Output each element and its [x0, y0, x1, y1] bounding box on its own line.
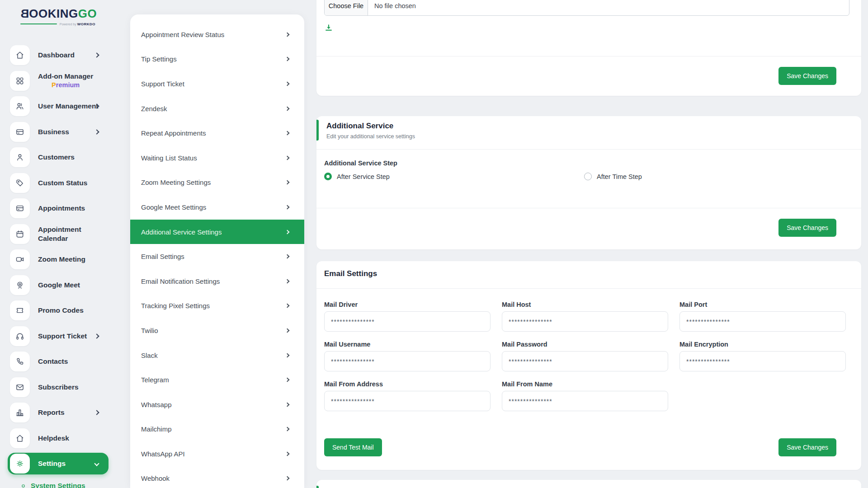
- send-test-mail-button[interactable]: Send Test Mail: [324, 438, 382, 456]
- chevron-right-icon: [94, 53, 99, 58]
- choose-file-button[interactable]: Choose File: [325, 0, 368, 15]
- radio-unselected-icon[interactable]: [584, 173, 592, 180]
- field-mail-from-address: Mail From Address: [324, 380, 491, 411]
- mail-password-input[interactable]: [502, 351, 668, 371]
- submenu-item-whatsapp-api[interactable]: WhatsApp API: [130, 441, 304, 466]
- mail-from-name-input[interactable]: [502, 391, 668, 411]
- divider: [316, 56, 861, 56]
- mail-driver-input[interactable]: [324, 311, 491, 332]
- mail-encryption-input[interactable]: [679, 351, 846, 371]
- submenu-item-mailchimp[interactable]: Mailchimp: [130, 417, 304, 442]
- home-icon: [10, 45, 30, 65]
- sidebar-item-settings[interactable]: Settings: [8, 453, 108, 474]
- submenu-item-whatsapp[interactable]: Whatsapp: [130, 392, 304, 417]
- submenu-item-zoom-meeting-settings[interactable]: Zoom Meeting Settings: [130, 170, 304, 195]
- phone-icon: [10, 352, 30, 371]
- chevron-right-icon: [285, 279, 290, 283]
- save-changes-button[interactable]: Save Changes: [778, 438, 836, 456]
- chevron-right-icon: [285, 155, 290, 160]
- sidebar-item-user-management[interactable]: User Management: [8, 94, 108, 119]
- upload-card: Choose File No file chosen Save Changes: [316, 0, 861, 96]
- sidebar-item-custom-status[interactable]: Custom Status: [8, 170, 108, 196]
- chevron-right-icon: [285, 353, 290, 357]
- download-icon[interactable]: [324, 23, 333, 33]
- sidebar-item-business[interactable]: Business: [8, 119, 108, 145]
- users-icon: [10, 96, 30, 116]
- chevron-right-icon: [285, 402, 290, 407]
- mail-port-input[interactable]: [679, 311, 846, 332]
- file-input[interactable]: Choose File No file chosen: [324, 0, 849, 16]
- submenu-item-email-settings[interactable]: Email Settings: [130, 244, 304, 269]
- sidebar-item-google-meet[interactable]: Google Meet: [8, 272, 108, 298]
- radio-selected-icon[interactable]: [324, 173, 332, 180]
- chevron-right-icon: [285, 378, 290, 382]
- settings-submenu: Appointment Review Status Tip Settings S…: [130, 14, 304, 488]
- save-changes-button[interactable]: Save Changes: [778, 219, 836, 237]
- radio-option-after-service-step[interactable]: After Service Step: [324, 173, 390, 180]
- sidebar-item-addon-manager[interactable]: Add-on Manager Premium: [8, 68, 108, 94]
- sidebar-item-subscribers[interactable]: Subscribers: [8, 375, 108, 400]
- submenu-item-additional-service-settings[interactable]: Additional Service Settings: [130, 220, 304, 244]
- submenu-item-slack[interactable]: Slack: [130, 343, 304, 368]
- submenu-item-repeat-appointments[interactable]: Repeat Appointments: [130, 121, 304, 145]
- section-title: Email Settings: [324, 269, 377, 278]
- section-accent-bar: [316, 486, 319, 488]
- submenu-item-google-meet-settings[interactable]: Google Meet Settings: [130, 195, 304, 220]
- sidebar-item-dashboard[interactable]: Dashboard: [8, 42, 108, 68]
- chevron-right-icon: [285, 180, 290, 185]
- submenu-item-tip-settings[interactable]: Tip Settings: [130, 47, 304, 72]
- field-mail-driver: Mail Driver: [324, 301, 491, 332]
- divider: [316, 208, 861, 208]
- sidebar-item-promo-codes[interactable]: Promo Codes: [8, 298, 108, 324]
- chevron-right-icon: [285, 476, 290, 481]
- submenu-item-twilio[interactable]: Twilio: [130, 318, 304, 343]
- sidebar-item-system-settings[interactable]: System Settings: [20, 482, 85, 488]
- chevron-right-icon: [285, 328, 290, 333]
- submenu-item-email-notification-settings[interactable]: Email Notification Settings: [130, 269, 304, 294]
- home-icon: [10, 428, 30, 448]
- field-mail-from-name: Mail From Name: [502, 380, 668, 411]
- submenu-item-tracking-pixel-settings[interactable]: Tracking Pixel Settings: [130, 294, 304, 319]
- field-mail-encryption: Mail Encryption: [679, 341, 846, 371]
- sidebar-nav: Dashboard Add-on Manager Premium User Ma…: [8, 42, 108, 474]
- mail-from-address-input[interactable]: [324, 391, 491, 411]
- submenu-item-zendesk[interactable]: Zendesk: [130, 96, 304, 121]
- chevron-right-icon: [285, 205, 290, 210]
- next-section-card: [316, 480, 861, 488]
- field-mail-host: Mail Host: [502, 301, 668, 332]
- sidebar-item-appointments[interactable]: Appointments: [8, 196, 108, 221]
- sidebar-item-contacts[interactable]: Contacts: [8, 349, 108, 375]
- chevron-right-icon: [285, 451, 290, 456]
- ticket-icon: [10, 300, 30, 320]
- submenu-item-appointment-review-status[interactable]: Appointment Review Status: [130, 22, 304, 47]
- save-changes-button[interactable]: Save Changes: [778, 67, 836, 85]
- mail-username-input[interactable]: [324, 351, 491, 371]
- chevron-right-icon: [94, 410, 99, 415]
- submenu-item-support-ticket[interactable]: Support Ticket: [130, 71, 304, 96]
- divider: [316, 149, 861, 150]
- email-settings-form: Mail Driver Mail Host Mail Port Mail Use…: [324, 301, 846, 411]
- radio-option-after-time-step[interactable]: After Time Step: [584, 173, 642, 180]
- sidebar-item-appointment-calendar[interactable]: Appointment Calendar: [8, 221, 108, 247]
- chevron-right-icon: [285, 131, 290, 136]
- sidebar-item-zoom-meeting[interactable]: Zoom Meeting: [8, 247, 108, 272]
- headset-icon: [10, 326, 30, 346]
- section-subtitle: Edit your additional service settings: [326, 133, 415, 140]
- chevron-right-icon: [285, 32, 290, 37]
- submenu-item-telegram[interactable]: Telegram: [130, 367, 304, 392]
- sidebar-item-support-ticket[interactable]: Support Ticket: [8, 324, 108, 349]
- submenu-item-waiting-list-status[interactable]: Waiting List Status: [130, 145, 304, 170]
- logo-underline: [20, 23, 57, 25]
- sidebar-item-customers[interactable]: Customers: [8, 145, 108, 170]
- mail-host-input[interactable]: [502, 311, 668, 332]
- sidebar-item-reports[interactable]: Reports: [8, 400, 108, 426]
- sidebar-item-helpdesk[interactable]: Helpdesk: [8, 426, 108, 451]
- brand-logo[interactable]: BOOKINGGO Powered by WORKDO: [20, 7, 95, 26]
- logo-letter-b: B: [20, 7, 29, 20]
- section-accent-bar: [316, 120, 319, 141]
- chevron-down-icon: [94, 461, 99, 466]
- webcam-icon: [10, 275, 30, 295]
- submenu-item-webhook[interactable]: Webhook: [130, 466, 304, 488]
- gear-small-icon: [20, 483, 26, 488]
- logo-accent: GO: [78, 7, 97, 20]
